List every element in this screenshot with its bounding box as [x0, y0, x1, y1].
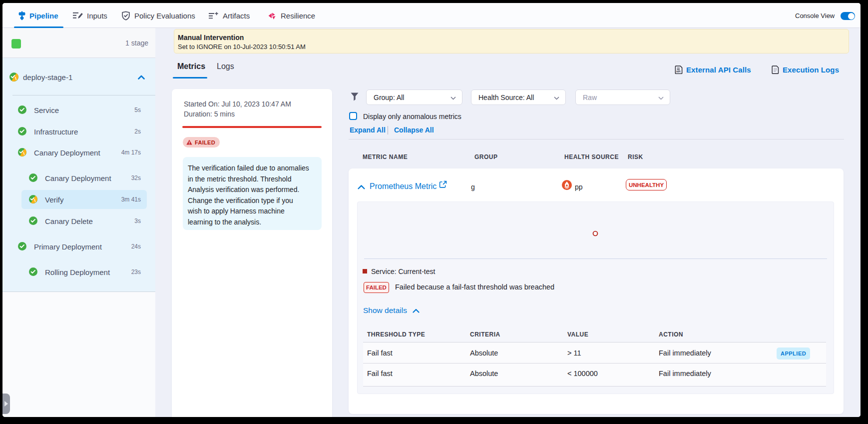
svg-text:API: API [676, 70, 681, 73]
